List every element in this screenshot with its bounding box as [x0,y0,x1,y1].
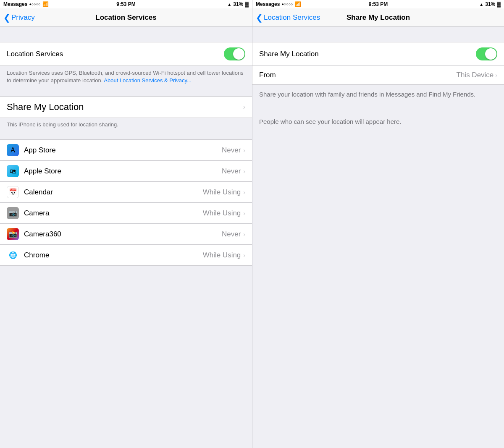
app-row-chevron: › [243,189,245,196]
app-icon: A [7,144,19,156]
app-permission: While Using [203,251,241,259]
spacer-right-1 [252,27,504,42]
spacer-3 [0,132,252,139]
app-name: Camera360 [24,230,222,238]
status-left-right: Messages ●○○○○ 📶 [256,1,301,7]
from-value: This Device [457,71,494,79]
app-name: Apple Store [24,167,222,176]
signal-right: ●○○○○ [281,2,293,6]
app-row-chevron: › [243,231,245,238]
location-icon-left: ▲ [227,2,231,7]
nav-title-right: Share My Location [346,13,410,22]
app-icon: 📷 [7,207,19,219]
location-services-toggle[interactable] [224,47,245,60]
app-list-item[interactable]: AApp StoreNever› [0,140,252,161]
share-my-location-toggle[interactable] [476,47,497,60]
carrier-left: Messages [3,1,27,7]
app-permission: While Using [203,209,241,217]
app-row-chevron: › [243,252,245,259]
toggle-knob [233,48,244,60]
location-services-toggle-row[interactable]: Location Services [0,42,252,66]
back-chevron-left: ❮ [3,13,10,23]
app-name: Camera [24,209,203,217]
from-label: From [259,71,276,79]
nav-bar-right: ❮ Location Services Share My Location [252,8,504,27]
share-my-location-label: Share My Location [7,102,84,113]
info-block-1: Share your location with family and frie… [252,85,504,105]
app-icon: 🌐 [7,249,19,261]
app-name: Calendar [24,188,203,196]
sharing-note: This iPhone is being used for location s… [0,118,252,132]
from-row[interactable]: From This Device › [252,66,504,85]
toggle-knob-right [485,48,496,60]
from-value-group: This Device › [457,71,497,79]
from-chevron: › [495,72,497,79]
info-block-2: People who can see your location will ap… [252,112,504,132]
app-permission: Never [222,167,241,176]
app-row-chevron: › [243,210,245,217]
carrier-right: Messages [256,1,280,7]
app-row-chevron: › [243,147,245,154]
signal-left: ●○○○○ [29,2,40,6]
location-services-label: Location Services [7,50,63,58]
app-list: AApp StoreNever›🛍Apple StoreNever›📅Calen… [0,139,252,266]
spacer-1 [0,27,252,42]
app-permission: Never [222,146,241,155]
back-button-left[interactable]: ❮ Privacy [3,13,35,23]
status-bar-right: Messages ●○○○○ 📶 9:53 PM ▲ 31% ▓ [252,0,504,8]
time-left: 9:53 PM [116,1,135,7]
app-list-item[interactable]: 🌐ChromeWhile Using› [0,245,252,265]
share-my-location-chevron: › [243,103,245,111]
nav-bar-left: ❮ Privacy Location Services [0,8,252,27]
app-name: App Store [24,146,222,155]
app-name: Chrome [24,251,203,259]
battery-left: 31% [233,1,243,7]
app-permission: While Using [203,188,241,196]
battery-icon-left: ▓ [245,1,249,7]
status-left: Messages ●○○○○ 📶 [3,1,49,7]
spacer-2 [0,89,252,96]
app-row-chevron: › [243,168,245,175]
share-my-location-toggle-row[interactable]: Share My Location [252,42,504,66]
app-permission: Never [222,230,241,238]
wifi-icon-right: 📶 [295,1,301,7]
app-list-item[interactable]: 📸Camera360Never› [0,224,252,245]
left-panel: Messages ●○○○○ 📶 9:53 PM ▲ 31% ▓ ❮ Priva… [0,0,252,448]
app-list-item[interactable]: 🛍Apple StoreNever› [0,161,252,182]
app-icon: 🛍 [7,165,19,177]
location-description: Location Services uses GPS, Bluetooth, a… [0,66,252,89]
status-right-right: ▲ 31% ▓ [479,1,501,7]
back-chevron-right: ❮ [256,13,263,23]
back-button-right[interactable]: ❮ Location Services [256,13,320,23]
app-list-item[interactable]: 📅CalendarWhile Using› [0,182,252,203]
right-panel: Messages ●○○○○ 📶 9:53 PM ▲ 31% ▓ ❮ Locat… [252,0,504,448]
status-bar-left: Messages ●○○○○ 📶 9:53 PM ▲ 31% ▓ [0,0,252,8]
wifi-icon-left: 📶 [42,1,49,7]
nav-title-left: Location Services [95,13,157,22]
battery-right: 31% [485,1,495,7]
share-my-location-toggle-label: Share My Location [259,50,319,58]
time-right: 9:53 PM [369,1,388,7]
back-label-right: Location Services [264,13,320,22]
share-my-location-row[interactable]: Share My Location › [0,96,252,118]
back-label-left: Privacy [11,13,35,22]
app-icon: 📅 [7,186,19,198]
battery-icon-right: ▓ [497,1,501,7]
app-icon: 📸 [7,228,19,240]
location-icon-right: ▲ [479,2,483,7]
app-list-item[interactable]: 📷CameraWhile Using› [0,203,252,224]
spacer-right-2 [252,105,504,112]
status-right-left: ▲ 31% ▓ [227,1,249,7]
about-link[interactable]: About Location Services & Privacy... [104,77,192,84]
